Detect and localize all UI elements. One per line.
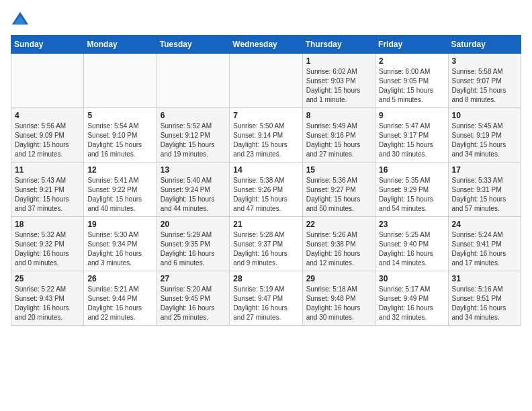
day-number: 18 (15, 220, 80, 229)
cell-content: Sunrise: 5:56 AM Sunset: 9:09 PM Dayligh… (15, 122, 80, 159)
day-number: 14 (233, 165, 298, 175)
cell-content: Sunrise: 5:40 AM Sunset: 9:24 PM Dayligh… (161, 176, 226, 214)
day-number: 20 (161, 220, 226, 229)
calendar-cell: 18Sunrise: 5:32 AM Sunset: 9:32 PM Dayli… (11, 217, 84, 271)
day-number: 11 (15, 165, 80, 175)
week-row-5: 25Sunrise: 5:22 AM Sunset: 9:43 PM Dayli… (11, 271, 521, 326)
calendar-cell: 25Sunrise: 5:22 AM Sunset: 9:43 PM Dayli… (11, 271, 84, 326)
cell-content: Sunrise: 5:49 AM Sunset: 9:16 PM Dayligh… (306, 122, 371, 159)
cell-content: Sunrise: 5:25 AM Sunset: 9:40 PM Dayligh… (379, 230, 444, 268)
calendar-cell: 31Sunrise: 5:16 AM Sunset: 9:51 PM Dayli… (448, 271, 521, 326)
day-number: 3 (452, 56, 517, 66)
cell-content: Sunrise: 5:41 AM Sunset: 9:22 PM Dayligh… (87, 176, 152, 214)
cell-content: Sunrise: 5:28 AM Sunset: 9:37 PM Dayligh… (233, 230, 298, 268)
calendar-cell (11, 54, 84, 108)
day-number: 1 (306, 56, 371, 66)
weekday-header-thursday: Thursday (302, 36, 375, 54)
cell-content: Sunrise: 5:33 AM Sunset: 9:31 PM Dayligh… (452, 176, 517, 214)
calendar-cell: 2Sunrise: 6:00 AM Sunset: 9:05 PM Daylig… (375, 54, 448, 108)
cell-content: Sunrise: 5:32 AM Sunset: 9:32 PM Dayligh… (15, 230, 80, 268)
calendar-cell: 13Sunrise: 5:40 AM Sunset: 9:24 PM Dayli… (157, 163, 229, 217)
calendar-cell: 10Sunrise: 5:45 AM Sunset: 9:19 PM Dayli… (448, 108, 521, 163)
calendar-cell: 3Sunrise: 5:58 AM Sunset: 9:07 PM Daylig… (448, 54, 521, 108)
day-number: 21 (233, 220, 298, 229)
cell-content: Sunrise: 5:58 AM Sunset: 9:07 PM Dayligh… (452, 67, 517, 105)
calendar-cell: 30Sunrise: 5:17 AM Sunset: 9:49 PM Dayli… (375, 271, 448, 326)
calendar-cell: 5Sunrise: 5:54 AM Sunset: 9:10 PM Daylig… (84, 108, 157, 163)
day-number: 15 (306, 165, 371, 175)
day-number: 8 (306, 111, 371, 120)
week-row-1: 1Sunrise: 6:02 AM Sunset: 9:03 PM Daylig… (11, 54, 521, 108)
cell-content: Sunrise: 5:18 AM Sunset: 9:48 PM Dayligh… (306, 285, 371, 322)
calendar-cell (157, 54, 229, 108)
day-number: 24 (452, 220, 517, 229)
page-header (11, 11, 521, 30)
day-number: 12 (87, 165, 152, 175)
calendar-cell: 12Sunrise: 5:41 AM Sunset: 9:22 PM Dayli… (84, 163, 157, 217)
logo (11, 11, 32, 30)
day-number: 31 (452, 274, 517, 283)
week-row-3: 11Sunrise: 5:43 AM Sunset: 9:21 PM Dayli… (11, 163, 521, 217)
calendar-cell (84, 54, 157, 108)
calendar-cell: 11Sunrise: 5:43 AM Sunset: 9:21 PM Dayli… (11, 163, 84, 217)
calendar-cell: 4Sunrise: 5:56 AM Sunset: 9:09 PM Daylig… (11, 108, 84, 163)
day-number: 19 (87, 220, 152, 229)
calendar-cell: 17Sunrise: 5:33 AM Sunset: 9:31 PM Dayli… (448, 163, 521, 217)
cell-content: Sunrise: 5:35 AM Sunset: 9:29 PM Dayligh… (379, 176, 444, 214)
cell-content: Sunrise: 5:38 AM Sunset: 9:26 PM Dayligh… (233, 176, 298, 214)
calendar-cell: 29Sunrise: 5:18 AM Sunset: 9:48 PM Dayli… (302, 271, 375, 326)
day-number: 10 (452, 111, 517, 120)
weekday-header-monday: Monday (84, 36, 157, 54)
calendar-cell: 26Sunrise: 5:21 AM Sunset: 9:44 PM Dayli… (84, 271, 157, 326)
calendar-cell: 1Sunrise: 6:02 AM Sunset: 9:03 PM Daylig… (302, 54, 375, 108)
cell-content: Sunrise: 5:29 AM Sunset: 9:35 PM Dayligh… (161, 230, 226, 268)
cell-content: Sunrise: 6:02 AM Sunset: 9:03 PM Dayligh… (306, 67, 371, 105)
calendar-cell (230, 54, 302, 108)
calendar-cell: 19Sunrise: 5:30 AM Sunset: 9:34 PM Dayli… (84, 217, 157, 271)
day-number: 23 (379, 220, 444, 229)
cell-content: Sunrise: 5:30 AM Sunset: 9:34 PM Dayligh… (87, 230, 152, 268)
day-number: 16 (379, 165, 444, 175)
day-number: 4 (15, 111, 80, 120)
cell-content: Sunrise: 5:52 AM Sunset: 9:12 PM Dayligh… (161, 122, 226, 159)
cell-content: Sunrise: 5:24 AM Sunset: 9:41 PM Dayligh… (452, 230, 517, 268)
calendar-cell: 15Sunrise: 5:36 AM Sunset: 9:27 PM Dayli… (302, 163, 375, 217)
calendar-cell: 22Sunrise: 5:26 AM Sunset: 9:38 PM Dayli… (302, 217, 375, 271)
day-number: 22 (306, 220, 371, 229)
day-number: 7 (233, 111, 298, 120)
calendar-cell: 8Sunrise: 5:49 AM Sunset: 9:16 PM Daylig… (302, 108, 375, 163)
cell-content: Sunrise: 5:21 AM Sunset: 9:44 PM Dayligh… (87, 285, 152, 322)
weekday-header-tuesday: Tuesday (157, 36, 229, 54)
cell-content: Sunrise: 5:47 AM Sunset: 9:17 PM Dayligh… (379, 122, 444, 159)
calendar-table: SundayMondayTuesdayWednesdayThursdayFrid… (11, 35, 521, 326)
weekday-header-saturday: Saturday (448, 36, 521, 54)
day-number: 30 (379, 274, 444, 283)
calendar-cell: 28Sunrise: 5:19 AM Sunset: 9:47 PM Dayli… (230, 271, 302, 326)
cell-content: Sunrise: 5:50 AM Sunset: 9:14 PM Dayligh… (233, 122, 298, 159)
weekday-row: SundayMondayTuesdayWednesdayThursdayFrid… (11, 36, 521, 54)
calendar-cell: 14Sunrise: 5:38 AM Sunset: 9:26 PM Dayli… (230, 163, 302, 217)
day-number: 5 (87, 111, 152, 120)
day-number: 26 (87, 274, 152, 283)
weekday-header-wednesday: Wednesday (230, 36, 302, 54)
calendar-cell: 23Sunrise: 5:25 AM Sunset: 9:40 PM Dayli… (375, 217, 448, 271)
cell-content: Sunrise: 5:20 AM Sunset: 9:45 PM Dayligh… (161, 285, 226, 322)
cell-content: Sunrise: 5:26 AM Sunset: 9:38 PM Dayligh… (306, 230, 371, 268)
calendar-cell: 9Sunrise: 5:47 AM Sunset: 9:17 PM Daylig… (375, 108, 448, 163)
cell-content: Sunrise: 5:17 AM Sunset: 9:49 PM Dayligh… (379, 285, 444, 322)
calendar-header: SundayMondayTuesdayWednesdayThursdayFrid… (11, 36, 521, 54)
cell-content: Sunrise: 5:19 AM Sunset: 9:47 PM Dayligh… (233, 285, 298, 322)
cell-content: Sunrise: 6:00 AM Sunset: 9:05 PM Dayligh… (379, 67, 444, 105)
day-number: 28 (233, 274, 298, 283)
calendar-cell: 6Sunrise: 5:52 AM Sunset: 9:12 PM Daylig… (157, 108, 229, 163)
logo-icon (11, 11, 30, 30)
calendar-cell: 16Sunrise: 5:35 AM Sunset: 9:29 PM Dayli… (375, 163, 448, 217)
day-number: 27 (161, 274, 226, 283)
cell-content: Sunrise: 5:54 AM Sunset: 9:10 PM Dayligh… (87, 122, 152, 159)
calendar-body: 1Sunrise: 6:02 AM Sunset: 9:03 PM Daylig… (11, 54, 521, 326)
week-row-2: 4Sunrise: 5:56 AM Sunset: 9:09 PM Daylig… (11, 108, 521, 163)
cell-content: Sunrise: 5:36 AM Sunset: 9:27 PM Dayligh… (306, 176, 371, 214)
calendar-cell: 20Sunrise: 5:29 AM Sunset: 9:35 PM Dayli… (157, 217, 229, 271)
day-number: 25 (15, 274, 80, 283)
day-number: 6 (161, 111, 226, 120)
